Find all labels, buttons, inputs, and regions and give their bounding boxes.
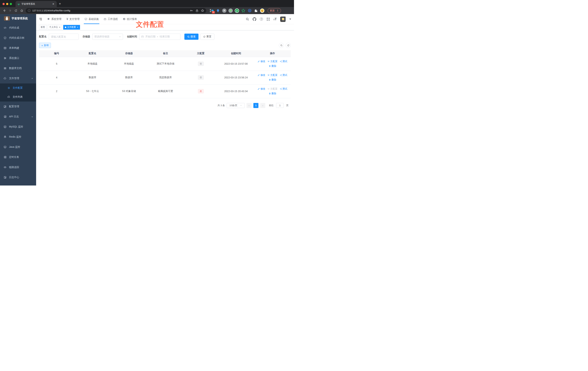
toggle-search-button[interactable] xyxy=(279,43,284,48)
window-controls[interactable] xyxy=(0,3,16,7)
test-action-label: 测试 xyxy=(283,74,287,77)
chrome-update-button[interactable]: 更新 ⋮ xyxy=(268,8,281,13)
app-logo[interactable]: 芋道管理系统 xyxy=(0,14,36,23)
github-icon[interactable] xyxy=(253,17,256,21)
extension-y-icon[interactable]: y xyxy=(235,9,239,13)
nav-item-label: 工作流程 xyxy=(108,18,118,21)
sidebar-item-log-center[interactable]: 日志中心 xyxy=(0,172,36,182)
zoom-window-button[interactable] xyxy=(10,3,12,5)
tab-profile[interactable]: 个人中心 × xyxy=(48,25,62,30)
caret-down-icon[interactable] xyxy=(289,19,291,20)
sidebar-item-mysql-monitor[interactable]: MySQL 监控 xyxy=(0,122,36,132)
url-text[interactable]: 127.0.0.1:1024/infra/file/file-config xyxy=(32,9,70,12)
minimize-window-button[interactable] xyxy=(6,3,8,5)
share-test-icon xyxy=(280,60,282,63)
prev-page-button[interactable]: ‹ xyxy=(246,103,252,108)
back-button[interactable] xyxy=(2,8,7,13)
extension-gem-icon[interactable] xyxy=(216,9,220,13)
search-button[interactable]: 搜索 xyxy=(184,34,199,40)
tab-close-icon[interactable]: ✕ xyxy=(52,2,55,5)
address-bar[interactable]: i 127.0.0.1:1024/infra/file/file-config xyxy=(26,8,206,13)
sidebar-item-db-doc[interactable]: 数据库文档 xyxy=(0,63,36,73)
magnet-icon xyxy=(267,60,270,63)
fullscreen-icon[interactable] xyxy=(267,18,270,21)
extension-recorder-icon[interactable] xyxy=(229,9,233,13)
font-size-icon[interactable]: TT xyxy=(273,18,277,21)
reload-button[interactable] xyxy=(13,8,18,13)
sidebar-item-file-config[interactable]: 文件配置 xyxy=(0,84,36,93)
sidebar-item-file-management[interactable]: 文件管理 xyxy=(0,73,36,84)
sidebar-item-scheduled-tasks[interactable]: 定时任务 xyxy=(0,152,36,162)
sidebar-item-file-list[interactable]: 文件列表 xyxy=(0,93,36,102)
delete-action[interactable]: 删除 xyxy=(269,78,276,82)
goto-page-input[interactable] xyxy=(276,103,284,108)
edit-pencil-icon xyxy=(258,60,260,63)
close-icon[interactable]: × xyxy=(59,26,61,28)
sidebar-item-system-api[interactable]: 系统接口 xyxy=(0,53,36,63)
refresh-table-button[interactable] xyxy=(286,43,291,48)
test-action[interactable]: 测试 xyxy=(280,60,287,63)
nav-item-infrastructure[interactable]: 基础设施 xyxy=(82,14,101,24)
sidebar-item-code-gen[interactable]: 代码生成 xyxy=(0,23,36,33)
share-icon[interactable] xyxy=(196,9,199,12)
extension-command-icon[interactable]: ⌘ xyxy=(222,9,226,13)
avatar[interactable] xyxy=(280,16,286,22)
sidebar-item-java-monitor[interactable]: Java 监控 xyxy=(0,142,36,152)
new-tab-button[interactable]: + xyxy=(59,2,61,6)
sidebar-item-api-log[interactable]: API 日志 xyxy=(0,112,36,122)
close-icon[interactable]: × xyxy=(77,26,78,28)
nav-item-label: 系统管理 xyxy=(51,18,61,21)
master-config-action[interactable]: 主配置 xyxy=(267,60,278,63)
storage-select[interactable]: 请选择存储器 xyxy=(92,34,123,40)
sidebar-item-tracing[interactable]: 链路追踪 xyxy=(0,162,36,172)
edit-action[interactable]: 修改 xyxy=(258,74,265,77)
edit-action[interactable]: 修改 xyxy=(258,87,265,91)
master-config-action[interactable]: 主配置 xyxy=(267,74,278,77)
delete-action[interactable]: 删除 xyxy=(269,92,276,95)
date-range-picker[interactable]: 开始日期 - 结束日期 xyxy=(139,34,180,40)
extension-sketch-icon[interactable]: 11 xyxy=(210,9,214,13)
close-window-button[interactable] xyxy=(2,3,5,5)
config-name-input[interactable] xyxy=(49,34,79,40)
forward-button[interactable] xyxy=(8,8,13,13)
browser-tab[interactable]: 芋道管理系统 ✕ xyxy=(16,1,57,7)
sidebar-item-config-management[interactable]: 配置管理 xyxy=(0,102,36,112)
page-number-button[interactable]: 1 xyxy=(253,103,258,108)
search-icon[interactable] xyxy=(246,18,249,21)
col-header-actions: 操作 xyxy=(254,50,291,57)
sidebar-item-code-gen-example[interactable]: 代码生成示例 xyxy=(0,33,36,43)
sidebar-item-redis-monitor[interactable]: Redis 监控 xyxy=(0,132,36,142)
trash-icon xyxy=(269,65,271,67)
cell-created: 2022-03-15 23:56:24 xyxy=(218,71,254,84)
sidebar-fold-icon[interactable] xyxy=(39,18,42,21)
site-info-icon[interactable]: i xyxy=(28,9,31,12)
nav-item-workflow[interactable]: 工作流程 xyxy=(101,14,120,24)
edit-action[interactable]: 修改 xyxy=(258,60,265,63)
sidebar-item-label: MySQL 监控 xyxy=(9,125,23,128)
tab-home[interactable]: 首页 xyxy=(39,25,47,30)
nav-item-payment-management[interactable]: ¥ 支付管理 xyxy=(64,14,82,24)
plus-icon: + xyxy=(41,44,43,47)
home-button[interactable] xyxy=(19,8,24,13)
extension-emoji-icon[interactable] xyxy=(260,9,264,13)
chrome-menu-icon[interactable]: ⋮ xyxy=(276,9,279,12)
page-size-value: 10条/页 xyxy=(229,104,237,107)
col-header-name: 配置名 xyxy=(74,50,111,57)
next-page-button[interactable]: › xyxy=(260,103,265,108)
extension-eye-icon[interactable] xyxy=(247,9,252,13)
bookmark-star-icon[interactable] xyxy=(201,9,204,12)
page-size-select[interactable]: 10条/页 xyxy=(227,103,245,108)
sidebar-item-label: 配置管理 xyxy=(9,105,19,108)
test-action[interactable]: 测试 xyxy=(280,87,287,91)
reset-button[interactable]: 重置 xyxy=(200,34,214,40)
test-action[interactable]: 测试 xyxy=(280,74,287,77)
extension-star-icon[interactable] xyxy=(241,9,245,13)
password-key-icon[interactable] xyxy=(190,9,193,12)
help-icon[interactable]: ? xyxy=(260,18,263,21)
nav-item-system-management[interactable]: 系统管理 xyxy=(45,14,64,24)
sidebar-item-form-builder[interactable]: 表单构建 xyxy=(0,43,36,53)
extensions-puzzle-icon[interactable] xyxy=(254,9,258,13)
tab-file-config[interactable]: 文件配置 × xyxy=(63,25,80,30)
delete-action[interactable]: 删除 xyxy=(269,64,276,68)
add-button[interactable]: + 新增 xyxy=(39,43,51,48)
